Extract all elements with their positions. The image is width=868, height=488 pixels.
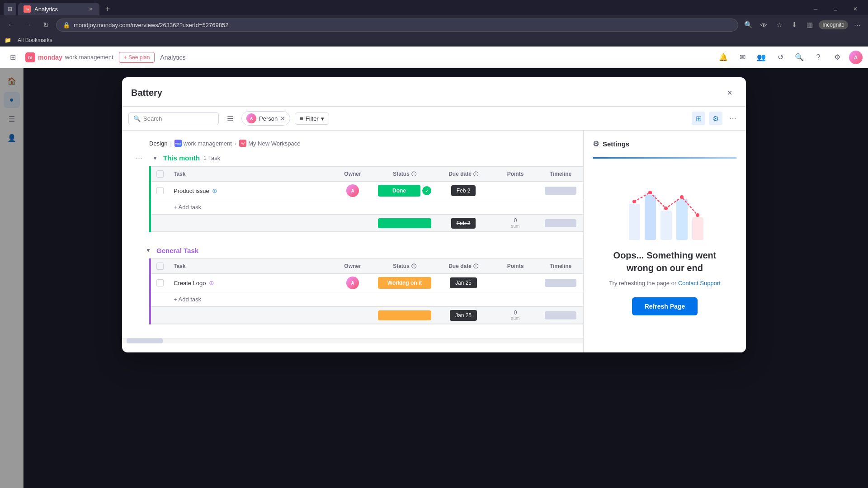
search-browser-button[interactable]: 🔍: [742, 19, 755, 31]
summary-due-1: Feb 2: [434, 215, 493, 231]
timeline-bar-1: [545, 187, 576, 195]
horizontal-scrollbar[interactable]: [122, 338, 583, 343]
logo-icon: m: [25, 52, 35, 62]
task-add-icon-2[interactable]: ⊕: [209, 279, 214, 286]
refresh-page-button[interactable]: Refresh Page: [632, 297, 698, 315]
tab-group-button[interactable]: ⊞: [4, 3, 16, 15]
maximize-button[interactable]: □: [826, 3, 844, 15]
col-timeline-header-2: Timeline: [538, 259, 583, 273]
settings-title: Settings: [603, 140, 629, 148]
due-badge-1[interactable]: Feb 2: [451, 185, 476, 196]
task-owner-1: A: [330, 182, 375, 200]
download-button[interactable]: ⬇: [788, 19, 801, 31]
modal-main: Design | wm work management › W My New W…: [122, 131, 583, 352]
url-bar[interactable]: 🔒 moodjoy.monday.com/overviews/263362?us…: [56, 19, 738, 32]
person-filter-close[interactable]: ✕: [280, 115, 285, 122]
more-options-button[interactable]: ⋯: [726, 112, 740, 125]
table-header-this-month: Task Owner Status ⓘ Due date ⓘ: [151, 166, 583, 182]
section-toggle-general[interactable]: ▼: [144, 246, 153, 255]
logo-text: monday: [38, 54, 62, 61]
filter-button[interactable]: ≡ Filter ▾: [295, 113, 329, 125]
task-add-icon-1[interactable]: ⊕: [212, 187, 217, 194]
url-text: moodjoy.monday.com/overviews/263362?user…: [74, 22, 228, 28]
forward-button[interactable]: →: [22, 18, 35, 32]
section-dots-menu[interactable]: ···: [131, 153, 147, 163]
add-task-row-2[interactable]: + Add task: [151, 292, 583, 306]
select-all-checkbox-2[interactable]: [156, 263, 164, 270]
section-title-general: General Task: [156, 247, 198, 254]
new-tab-button[interactable]: +: [101, 3, 114, 15]
summary-timeline-2: [538, 309, 583, 322]
modal-title: Battery: [131, 88, 162, 98]
contact-support-link[interactable]: Contact Support: [678, 280, 721, 286]
summary-task-2: [169, 312, 330, 319]
person-filter[interactable]: A Person ✕: [241, 111, 290, 126]
breadcrumb-my-workspace-link[interactable]: W My New Workspace: [239, 140, 300, 147]
people-button[interactable]: 👥: [754, 50, 769, 65]
minimize-button[interactable]: ─: [807, 3, 825, 15]
col-owner-header-1: Owner: [330, 167, 375, 181]
breadcrumb-workspace-link[interactable]: wm work management: [175, 140, 232, 147]
due-badge-2[interactable]: Jan 25: [450, 277, 477, 288]
history-button[interactable]: ↺: [773, 50, 788, 65]
row-check-2[interactable]: [151, 276, 169, 290]
notification-button[interactable]: 🔔: [716, 50, 731, 65]
see-plans-button[interactable]: + See plan: [119, 52, 155, 63]
col-check-header: [151, 167, 169, 181]
section-count-this-month: 1 Task: [203, 155, 220, 161]
col-check-header-2: [151, 259, 169, 273]
add-task-row-1[interactable]: + Add task: [151, 200, 583, 214]
breadcrumb-workspace-label: work management: [184, 140, 232, 147]
all-bookmarks-item[interactable]: All Bookmarks: [14, 36, 56, 44]
close-window-button[interactable]: ✕: [846, 3, 864, 15]
summary-check-1: [151, 220, 169, 227]
summary-points-1: 0 sum: [493, 215, 538, 231]
select-all-checkbox-1[interactable]: [156, 170, 164, 178]
section-toggle-this-month[interactable]: ▼: [151, 154, 160, 163]
apps-grid-button[interactable]: ⊞: [5, 50, 20, 65]
search-box[interactable]: 🔍: [128, 112, 219, 125]
error-chart-svg: [624, 186, 706, 240]
extensions-button[interactable]: ⋯: [851, 19, 863, 31]
reading-mode-button[interactable]: 👁: [757, 19, 770, 31]
reload-button[interactable]: ↻: [39, 18, 52, 32]
settings-app-button[interactable]: ⚙: [830, 50, 844, 65]
settings-view-button[interactable]: ⚙: [709, 112, 722, 125]
status-badge-done[interactable]: Done: [378, 185, 420, 197]
sidebar-browser-button[interactable]: ▥: [803, 19, 816, 31]
tab-close-button[interactable]: ✕: [87, 5, 94, 13]
row-check-1[interactable]: [151, 183, 169, 198]
back-button[interactable]: ←: [5, 18, 18, 32]
settings-sidebar: ⚙ Settings: [583, 131, 746, 352]
person-filter-avatar: A: [246, 113, 256, 123]
grid-view-button[interactable]: ⊞: [692, 112, 705, 125]
list-view-button[interactable]: ☰: [223, 112, 237, 125]
battery-modal: Battery × 🔍 ☰ A Person ✕ ≡ Filter ▾: [122, 77, 746, 352]
favorites-button[interactable]: ☆: [773, 19, 785, 31]
filter-icon: ≡: [300, 115, 303, 122]
due-info-icon-1: ⓘ: [473, 171, 478, 178]
summary-status-1: [375, 216, 434, 231]
task-name-product-issue: Product issue ⊕: [169, 183, 330, 199]
analytics-label: Analytics: [160, 54, 185, 61]
horizontal-scroll-thumb[interactable]: [127, 338, 163, 343]
status-badge-working[interactable]: Working on it: [378, 277, 431, 289]
user-avatar[interactable]: A: [849, 51, 863, 64]
search-app-button[interactable]: 🔍: [792, 50, 807, 65]
section-title-this-month: This month: [163, 154, 200, 162]
modal-body: Design | wm work management › W My New W…: [122, 131, 746, 352]
col-task-header-2: Task: [169, 259, 330, 273]
modal-close-button[interactable]: ×: [722, 85, 737, 100]
main-area: 🏠 ● ☰ 👤 Battery × 🔍 ☰ A Person ✕: [0, 68, 868, 488]
search-input[interactable]: [143, 115, 214, 122]
row-checkbox-2[interactable]: [156, 279, 164, 286]
status-cell-2: Working on it: [375, 275, 434, 291]
breadcrumb-my-workspace: My New Workspace: [248, 140, 300, 147]
summary-status-2: [375, 308, 434, 323]
summary-check-2: [151, 312, 169, 319]
row-checkbox-1[interactable]: [156, 187, 164, 194]
active-tab[interactable]: m Analytics ✕: [18, 3, 99, 15]
help-button[interactable]: ?: [811, 50, 826, 65]
incognito-badge: Incognito: [819, 20, 848, 29]
inbox-button[interactable]: ✉: [735, 50, 750, 65]
